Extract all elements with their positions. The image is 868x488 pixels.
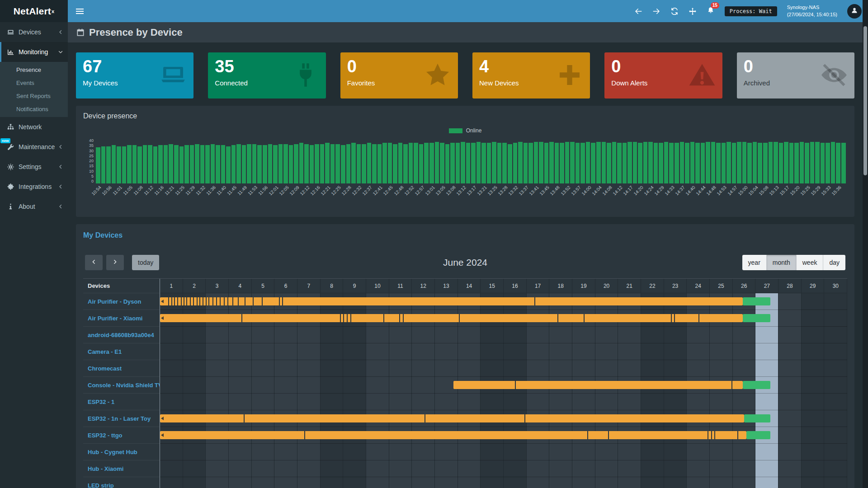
x-tick-label: 13:01 [424, 185, 435, 196]
chevron-down-icon [58, 49, 63, 55]
chart-bar: 11:01 [117, 138, 121, 183]
x-tick-label: 15:00 [737, 185, 748, 196]
sidebar-toggle-button[interactable] [68, 0, 91, 22]
stat-card-favorites[interactable]: 0Favorites [340, 52, 458, 99]
sidebar-subitem-presence[interactable]: Presence [0, 63, 68, 76]
device-name-link[interactable]: Console - Nvidia Shield TV [83, 377, 160, 394]
sidebar-item-monitoring[interactable]: Monitoring [0, 42, 68, 62]
sidebar-item-devices[interactable]: Devices [0, 22, 68, 42]
sidebar-item-about[interactable]: About [0, 197, 68, 216]
day-header-30: 30 [824, 279, 847, 293]
stat-card-connected[interactable]: 35Connected [208, 52, 326, 99]
chart-bar: 12:05 [283, 138, 288, 183]
sidebar-item-integrations[interactable]: Integrations [0, 177, 68, 197]
device-name-link[interactable]: Air Purifier - Xiaomi [83, 310, 160, 327]
device-name-link[interactable]: android-68608b93a00e4 [83, 327, 160, 343]
sidebar-subitem-sent-reports[interactable]: Sent Reports [0, 89, 68, 103]
sidebar-item-network[interactable]: Network [0, 117, 68, 137]
x-tick-label: 12:21 [320, 185, 331, 196]
x-tick-label: 15:29 [810, 185, 821, 196]
presence-event[interactable] [746, 431, 770, 439]
device-name-link[interactable]: ESP32 - ttgo [83, 427, 160, 444]
sidebar-subitem-notifications[interactable]: Notifications [0, 103, 68, 116]
chart-bar: 14:37 [680, 138, 684, 183]
chart-bar [247, 138, 251, 183]
sidebar-subitem-events[interactable]: Events [0, 76, 68, 89]
calendar-month-title: June 2024 [85, 257, 845, 268]
stat-card-down-alerts[interactable]: 0Down Alerts [604, 52, 722, 99]
presence-event[interactable] [160, 314, 743, 322]
chart-bar: 10:56 [106, 138, 111, 183]
x-tick-label: 13:41 [528, 185, 540, 196]
chart-bar [695, 138, 700, 183]
scrollbar-thumb[interactable] [863, 26, 867, 175]
nav-forward-icon[interactable] [652, 7, 660, 15]
x-tick-label: 14:24 [643, 185, 654, 196]
day-view-button[interactable]: day [823, 255, 845, 270]
move-icon[interactable] [689, 7, 697, 15]
presence-event[interactable] [743, 297, 770, 305]
calendar-row [160, 460, 847, 477]
presence-event[interactable] [743, 314, 770, 322]
device-presence-panel: Device presence Online 4035302520151050 … [76, 106, 854, 217]
app-logo[interactable]: NetAlertx [0, 0, 68, 22]
device-name-link[interactable]: ESP32 - 1n - Laser Toy [83, 410, 160, 427]
device-name-link[interactable]: LED strip [83, 477, 160, 488]
avatar[interactable] [847, 4, 862, 19]
chart-legend[interactable]: Online [83, 127, 847, 134]
sidebar-item-maintenance[interactable]: Maintenancenew [0, 137, 68, 157]
month-view-button[interactable]: month [767, 255, 797, 270]
x-tick-label: 13:32 [508, 185, 519, 196]
presence-chart: 4035302520151050 10:5410:5611:0111:0511:… [83, 138, 845, 183]
presence-event[interactable] [453, 381, 743, 389]
sidebar-item-label: Integrations [19, 183, 58, 190]
day-header-3: 3 [206, 279, 229, 293]
x-tick-label: 13:05 [434, 185, 446, 196]
presence-event[interactable] [160, 297, 743, 305]
week-view-button[interactable]: week [797, 255, 824, 270]
chart-bar: 14:57 [732, 138, 736, 183]
chart-bar [466, 138, 471, 183]
chart-bar: 13:48 [555, 138, 559, 183]
refresh-icon[interactable] [670, 7, 679, 15]
stat-card-archived[interactable]: 0Archived [737, 52, 854, 99]
device-name-link[interactable]: Hub - Cygnet Hub [83, 444, 160, 460]
chart-bar: 11:25 [179, 138, 184, 183]
chart-bar: 12:45 [388, 138, 392, 183]
device-name-link[interactable]: ESP32 - 1 [83, 394, 160, 410]
device-name-link[interactable]: Air Purifier - Dyson [83, 293, 160, 310]
device-name-link[interactable]: Hub - Xiaomi [83, 460, 160, 477]
page-scrollbar[interactable] [863, 0, 868, 488]
devices-icon [7, 28, 14, 36]
presence-event[interactable] [160, 431, 746, 439]
devices-column-header: Devices [83, 279, 160, 293]
integrations-icon [7, 183, 14, 191]
y-tick-label: 35 [89, 143, 94, 148]
sidebar-item-settings[interactable]: Settings [0, 157, 68, 177]
presence-event[interactable] [744, 414, 770, 422]
today-button[interactable]: today [132, 255, 159, 270]
chart-bar: 13:32 [513, 138, 518, 183]
chart-bar: 11:49 [242, 138, 246, 183]
view-switcher: year month week day [742, 255, 845, 270]
next-button[interactable] [106, 255, 124, 270]
x-tick-label: 11:56 [258, 185, 269, 196]
chart-bars: 10:5410:5611:0111:0511:0811:1211:1611:21… [96, 138, 845, 183]
notifications-button[interactable]: 15 [707, 6, 715, 16]
presence-event[interactable] [160, 414, 744, 422]
device-name-link[interactable]: Chromecast [83, 360, 160, 377]
chart-bar: 11:40 [221, 138, 226, 183]
x-tick-label: 14:29 [653, 185, 665, 196]
nav-back-icon[interactable] [634, 7, 642, 15]
device-name-link[interactable]: Camera - E1 [83, 343, 160, 360]
year-view-button[interactable]: year [742, 255, 767, 270]
prev-button[interactable] [85, 255, 103, 270]
presence-event[interactable] [743, 381, 770, 389]
process-status-chip[interactable]: Process: Wait [725, 6, 777, 16]
day-header-23: 23 [664, 279, 687, 293]
stat-card-my-devices[interactable]: 67My Devices [76, 52, 193, 99]
chart-bar [769, 138, 773, 183]
chart-bar [643, 138, 648, 183]
stat-card-new-devices[interactable]: 4New Devices [472, 52, 590, 99]
chart-bar: 15:33 [826, 138, 830, 183]
